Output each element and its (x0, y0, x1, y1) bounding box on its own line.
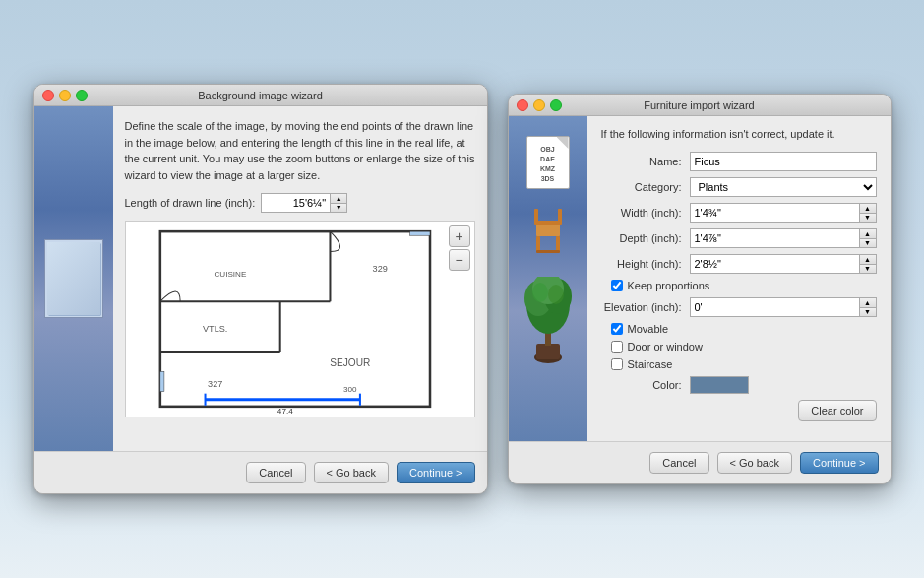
right-dialog-title: Furniture import wizard (644, 99, 754, 111)
right-minimize-button[interactable] (533, 99, 545, 111)
clear-color-row: Clear color (601, 400, 877, 421)
keep-proportions-checkbox[interactable] (611, 280, 623, 291)
category-row: Category: Plants (601, 177, 877, 197)
svg-rect-24 (159, 371, 163, 391)
height-input[interactable] (690, 254, 859, 274)
width-spin-up[interactable]: ▲ (860, 204, 876, 214)
color-label: Color: (601, 379, 690, 391)
left-dialog-footer: Cancel < Go back Continue > (34, 451, 487, 493)
name-input[interactable] (690, 152, 877, 171)
staircase-checkbox[interactable] (611, 358, 623, 370)
elevation-label: Elevation (inch): (601, 301, 690, 313)
width-label: Width (inch): (601, 207, 690, 219)
svg-text:327: 327 (208, 379, 222, 389)
staircase-label: Staircase (628, 358, 673, 370)
width-spin: ▲ ▼ (859, 203, 877, 223)
depth-input[interactable] (690, 228, 859, 248)
staircase-row: Staircase (611, 358, 877, 370)
elevation-spin-up[interactable]: ▲ (860, 298, 876, 308)
svg-rect-2 (53, 248, 73, 276)
color-row: Color: (601, 376, 877, 394)
left-main-content: Define the scale of the image, by moving… (113, 106, 487, 451)
width-input-group: ▲ ▼ (690, 203, 877, 223)
elevation-row: Elevation (inch): ▲ ▼ (601, 297, 877, 317)
color-swatch[interactable] (690, 376, 749, 394)
movable-row: Movable (611, 323, 877, 335)
svg-rect-5 (77, 280, 94, 297)
svg-rect-4 (77, 248, 94, 276)
height-row: Height (inch): ▲ ▼ (601, 254, 877, 274)
length-spin-down[interactable]: ▼ (331, 204, 346, 213)
zoom-in-button[interactable]: + (449, 225, 470, 247)
door-window-checkbox[interactable] (611, 341, 623, 353)
left-title-bar: Background image wizard (34, 85, 487, 106)
background-image-wizard: Background image wizard Def (33, 84, 488, 494)
clear-color-button[interactable]: Clear color (798, 400, 876, 421)
svg-rect-25 (534, 221, 562, 225)
elevation-spin: ▲ ▼ (859, 297, 877, 317)
length-input-container: ▲ ▼ (261, 193, 474, 213)
movable-checkbox[interactable] (611, 323, 623, 335)
svg-rect-28 (558, 209, 562, 223)
right-maximize-button[interactable] (550, 99, 562, 111)
svg-text:300: 300 (343, 385, 357, 394)
length-input[interactable] (261, 193, 330, 213)
right-dialog-footer: Cancel < Go back Continue > (509, 441, 891, 483)
length-label: Length of drawn line (inch): (125, 197, 256, 209)
svg-point-40 (548, 285, 564, 304)
svg-rect-23 (409, 231, 429, 235)
right-go-back-button[interactable]: < Go back (717, 452, 792, 474)
height-label: Height (inch): (601, 258, 690, 270)
blueprint-thumbnail (44, 239, 103, 318)
right-instruction: If the following information isn't corre… (601, 128, 877, 140)
elevation-spin-down[interactable]: ▼ (860, 308, 876, 317)
keep-proportions-label: Keep proportions (628, 280, 710, 291)
svg-rect-3 (53, 280, 73, 297)
right-window-controls (517, 99, 562, 111)
svg-rect-31 (536, 250, 560, 253)
file-type-icon: OBJDAEKMZ3DS (526, 136, 570, 189)
svg-text:47.4: 47.4 (277, 407, 292, 416)
zoom-controls: + − (449, 225, 470, 271)
file-icon-text: OBJDAEKMZ3DS (540, 145, 555, 183)
instruction-text: Define the scale of the image, by moving… (125, 118, 475, 183)
length-spin-up[interactable]: ▲ (331, 194, 346, 204)
left-continue-button[interactable]: Continue > (397, 462, 475, 483)
svg-rect-30 (556, 236, 560, 252)
elevation-input[interactable] (690, 297, 859, 317)
chair-preview (526, 204, 570, 257)
width-row: Width (inch): ▲ ▼ (601, 203, 877, 223)
category-label: Category: (601, 181, 690, 193)
right-continue-button[interactable]: Continue > (800, 452, 879, 474)
svg-text:329: 329 (372, 264, 387, 274)
svg-rect-26 (536, 225, 560, 236)
height-spin: ▲ ▼ (859, 254, 877, 274)
category-select[interactable]: Plants (690, 177, 877, 197)
left-cancel-button[interactable]: Cancel (246, 462, 305, 483)
close-button[interactable] (42, 90, 54, 101)
movable-label: Movable (628, 323, 669, 335)
svg-text:VTLS.: VTLS. (203, 324, 227, 334)
width-input[interactable] (690, 203, 859, 223)
keep-proportions-row: Keep proportions (611, 280, 877, 291)
width-spin-down[interactable]: ▼ (860, 214, 876, 223)
right-cancel-button[interactable]: Cancel (649, 452, 708, 474)
elevation-input-group: ▲ ▼ (690, 297, 877, 317)
height-spin-down[interactable]: ▼ (860, 265, 876, 274)
left-go-back-button[interactable]: < Go back (314, 462, 389, 483)
minimize-button[interactable] (59, 90, 71, 101)
svg-rect-33 (536, 344, 560, 359)
svg-rect-7 (130, 222, 469, 417)
svg-rect-27 (534, 209, 538, 223)
maximize-button[interactable] (76, 90, 88, 101)
height-spin-up[interactable]: ▲ (860, 255, 876, 265)
right-sidebar: OBJDAEKMZ3DS (509, 116, 587, 441)
depth-spin: ▲ ▼ (859, 228, 877, 248)
depth-spin-down[interactable]: ▼ (860, 239, 876, 248)
right-close-button[interactable] (517, 99, 528, 111)
right-title-bar: Furniture import wizard (509, 95, 891, 116)
left-content-area: Define the scale of the image, by moving… (34, 106, 487, 451)
depth-spin-up[interactable]: ▲ (860, 229, 876, 239)
zoom-out-button[interactable]: − (449, 249, 470, 271)
furniture-import-wizard: Furniture import wizard OBJDAEKMZ3DS (508, 94, 892, 484)
